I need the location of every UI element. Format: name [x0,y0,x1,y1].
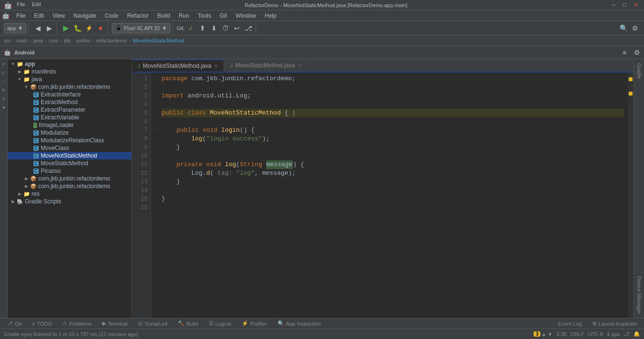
device-manager-tab[interactable]: Device Manager [634,272,644,318]
breadcrumb-java[interactable]: java [33,38,43,43]
project-panel-icon[interactable]: P [0,61,7,68]
settings-button[interactable]: ⚙ [630,23,640,33]
resource-manager-icon[interactable]: R [0,87,7,94]
menu-view[interactable]: View [49,11,69,20]
menu-help[interactable]: Help [261,11,280,20]
minimize-button[interactable]: ─ [610,2,618,8]
menu-run[interactable]: Run [175,11,193,20]
git-history-button[interactable]: ⏱ [220,23,231,33]
tree-item-modularize-relation[interactable]: C ModularizeRelationClass [8,137,131,144]
tree-item-package-main[interactable]: ▼ 📦 com.jkb.junbin.refactordemo [8,83,131,91]
btab-build[interactable]: 🔨 Build [173,319,203,328]
commit-panel-icon[interactable]: C [0,70,7,76]
tab-close-move-not-static[interactable]: ✕ [214,64,218,69]
structure-icon[interactable]: S [0,95,7,102]
tab-move-static[interactable]: J MoveStaticMethod.java ✕ [224,59,308,72]
breadcrumb-main[interactable]: main [16,38,28,43]
tree-item-iimageloader[interactable]: I IImageLoader [8,121,131,129]
git-pull-button[interactable]: ⬇ [209,23,219,33]
profile-button[interactable]: ⚡ [84,23,94,33]
git-rollback-button[interactable]: ↩ [232,23,242,33]
menu-tools[interactable]: Tools [194,11,215,20]
maximize-button[interactable]: □ [621,2,628,8]
code-line-6 [161,117,624,126]
favorites-icon[interactable]: ★ [0,104,7,111]
menu-window[interactable]: Window [232,11,260,20]
breadcrumb-src[interactable]: src [4,38,11,43]
menu-file[interactable]: File [12,11,29,20]
fold-log[interactable]: ⌄ [151,159,158,167]
btab-app-inspection[interactable]: 🔍 App Inspection [273,319,326,328]
status-line-separator[interactable]: CRLF [570,331,584,337]
git-update-button[interactable]: ✓ [186,23,196,33]
btab-event-log[interactable]: Event Log [553,320,587,328]
tree-item-app[interactable]: ▼ 📁 app [8,60,131,68]
tree-item-move-class[interactable]: C MoveClass [8,144,131,152]
status-encoding[interactable]: UTF-8 [588,331,603,337]
status-indent[interactable]: 4 spa [607,331,620,337]
breadcrumb-refactordemo[interactable]: refactordemo [96,38,127,43]
git-branches-button[interactable]: ⎇ [243,23,254,33]
device-dropdown[interactable]: 📱 Pixel XL API 32 ▼ [112,23,170,33]
btab-sonarlint[interactable]: ◎ SonarLint [133,319,172,328]
tree-item-move-static[interactable]: C MoveStaticMethod [8,159,131,167]
tab-move-not-static[interactable]: J MoveNotStaticMethod.java ✕ [132,59,224,72]
menu-code[interactable]: Code [101,11,122,20]
menu-navigate[interactable]: Navigate [70,11,100,20]
folder-icon-manifests: 📁 [23,69,31,75]
gradle-panel-tab[interactable]: Gradle [634,59,644,83]
btab-todo[interactable]: ≡ TODO [27,320,57,328]
menu-file[interactable]: File [15,1,27,9]
fold-class[interactable]: ⌄ [151,107,158,116]
tree-item-extract-method[interactable]: C ExtractMethod [8,98,131,106]
device-dropdown-icon: 📱 [115,25,122,31]
stop-button[interactable]: ■ [95,23,106,33]
tree-item-package3[interactable]: ▶ 📦 com.jkb.junbin.refactordemo [8,182,131,190]
tree-item-package2[interactable]: ▶ 📦 com.jkb.junbin.refactordemo [8,175,131,182]
tree-item-extract-variable[interactable]: C ExtractVariable [8,114,131,121]
status-position[interactable]: 5:35 [557,331,567,337]
menu-git[interactable]: Git [216,11,231,20]
btab-git[interactable]: ⎇ Git [2,319,26,328]
forward-button[interactable]: ▶ [44,23,54,33]
menu-edit[interactable]: Edit [30,11,48,20]
btab-terminal[interactable]: ▶ Terminal [97,319,133,328]
breadcrumb-class[interactable]: MoveNotStaticMethod [132,38,184,43]
warning-badge[interactable]: 3 ▲ ▼ [534,331,552,337]
tree-item-java[interactable]: ▼ 📁 java [8,75,131,83]
back-button[interactable]: ◀ [32,23,43,33]
search-everywhere-button[interactable]: 🔍 [618,23,629,33]
breadcrumb-com[interactable]: com [49,38,59,43]
breadcrumb-jkb[interactable]: jkb [64,38,71,43]
pull-requests-icon[interactable]: ↑ [0,78,7,85]
menu-build[interactable]: Build [153,11,174,20]
menu-refactor[interactable]: Refactor [123,11,152,20]
breadcrumb-junbin[interactable]: junbin [76,38,90,43]
tree-item-manifests[interactable]: ▶ 📁 manifests [8,68,131,75]
project-collapse-all[interactable]: ≡ [619,47,630,58]
fold-login[interactable]: ⌄ [151,124,158,133]
project-sync-icon[interactable]: 🤖 [2,47,12,58]
btab-logcat[interactable]: ☰ Logcat [204,319,236,328]
tree-item-extract-interface[interactable]: C ExtractInterface [8,91,131,98]
tree-item-modularize[interactable]: C Modularize [8,129,131,137]
tree-item-extract-parameter[interactable]: C ExtractParameter [8,106,131,114]
tree-label-res: res [32,191,40,197]
class-icon-mns: C [33,153,39,159]
menu-edit[interactable]: Edit [30,1,43,9]
run-button[interactable]: ▶ [61,23,71,33]
debug-button[interactable]: 🐛 [72,23,83,33]
project-dropdown[interactable]: app ▼ [4,23,26,33]
tree-item-picasso[interactable]: C Picasso [8,167,131,175]
close-button[interactable]: ✕ [632,2,640,8]
git-push-button[interactable]: ⬆ [197,23,208,33]
tab-close-move-static[interactable]: ✕ [298,63,301,68]
tree-item-res[interactable]: ▶ 📁 res [8,190,131,198]
project-gear[interactable]: ⚙ [632,47,642,58]
tree-item-move-not-static[interactable]: C MoveNotStaticMethod [8,152,131,159]
btab-layout-inspector[interactable]: ⊞ Layout Inspector [588,319,642,328]
btab-profiler[interactable]: ⚡ Profiler [237,319,272,328]
tree-item-gradle[interactable]: ▶ 🐘 Gradle Scripts [8,198,131,205]
btab-problems[interactable]: ⚠ Problems [58,319,96,328]
code-editor[interactable]: package com.jkb.junbin.refactordemo; imp… [158,73,628,318]
